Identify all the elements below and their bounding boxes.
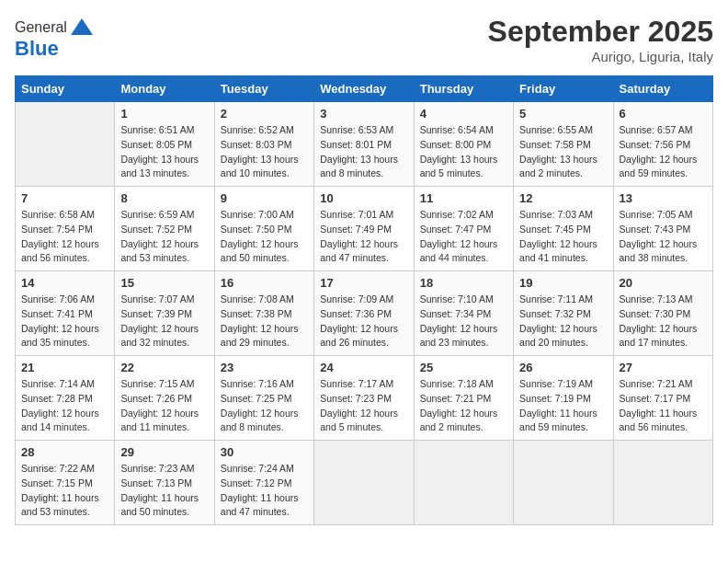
calendar-day-cell: 6Sunrise: 6:57 AMSunset: 7:56 PMDaylight…	[613, 102, 712, 187]
calendar-day-cell: 3Sunrise: 6:53 AMSunset: 8:01 PMDaylight…	[314, 102, 414, 187]
day-number: 30	[221, 445, 308, 459]
calendar-day-cell	[514, 441, 613, 525]
calendar-day-cell: 28Sunrise: 7:22 AMSunset: 7:15 PMDayligh…	[16, 441, 115, 525]
svg-marker-0	[71, 18, 93, 35]
calendar-day-cell: 8Sunrise: 6:59 AMSunset: 7:52 PMDaylight…	[115, 187, 214, 271]
calendar-day-cell: 19Sunrise: 7:11 AMSunset: 7:32 PMDayligh…	[514, 271, 613, 356]
calendar-day-cell: 25Sunrise: 7:18 AMSunset: 7:21 PMDayligh…	[414, 356, 513, 441]
day-number: 27	[620, 361, 707, 374]
day-info: Sunrise: 6:54 AMSunset: 8:00 PMDaylight:…	[420, 123, 507, 181]
day-number: 4	[420, 107, 507, 121]
calendar-day-cell: 23Sunrise: 7:16 AMSunset: 7:25 PMDayligh…	[214, 356, 313, 441]
day-info: Sunrise: 6:55 AMSunset: 7:58 PMDaylight:…	[519, 123, 607, 181]
day-info: Sunrise: 7:15 AMSunset: 7:26 PMDaylight:…	[120, 377, 208, 435]
day-number: 6	[620, 107, 707, 121]
calendar-day-cell: 13Sunrise: 7:05 AMSunset: 7:43 PMDayligh…	[613, 187, 712, 271]
day-info: Sunrise: 6:58 AMSunset: 7:54 PMDaylight:…	[21, 208, 108, 266]
calendar-week-row: 28Sunrise: 7:22 AMSunset: 7:15 PMDayligh…	[16, 441, 713, 525]
calendar-day-cell: 18Sunrise: 7:10 AMSunset: 7:34 PMDayligh…	[414, 271, 513, 356]
calendar-day-cell: 14Sunrise: 7:06 AMSunset: 7:41 PMDayligh…	[16, 271, 115, 356]
day-info: Sunrise: 7:09 AMSunset: 7:36 PMDaylight:…	[320, 293, 407, 350]
day-info: Sunrise: 7:14 AMSunset: 7:28 PMDaylight:…	[21, 377, 108, 435]
day-info: Sunrise: 7:23 AMSunset: 7:13 PMDaylight:…	[120, 462, 208, 520]
day-number: 7	[21, 191, 108, 205]
day-info: Sunrise: 7:08 AMSunset: 7:38 PMDaylight:…	[221, 293, 308, 350]
day-number: 21	[21, 361, 108, 374]
day-info: Sunrise: 7:00 AMSunset: 7:50 PMDaylight:…	[221, 208, 308, 266]
day-info: Sunrise: 7:22 AMSunset: 7:15 PMDaylight:…	[21, 462, 108, 520]
day-number: 3	[320, 107, 407, 121]
day-number: 23	[221, 361, 308, 374]
calendar-day-cell: 11Sunrise: 7:02 AMSunset: 7:47 PMDayligh…	[414, 187, 513, 271]
calendar-day-cell	[414, 441, 513, 525]
day-number: 14	[21, 276, 108, 290]
day-info: Sunrise: 7:24 AMSunset: 7:12 PMDaylight:…	[221, 462, 308, 520]
day-of-week-header: Monday	[115, 76, 214, 102]
day-number: 12	[519, 191, 607, 205]
day-info: Sunrise: 7:18 AMSunset: 7:21 PMDaylight:…	[420, 377, 507, 435]
calendar-week-row: 21Sunrise: 7:14 AMSunset: 7:28 PMDayligh…	[16, 356, 713, 441]
calendar-week-row: 7Sunrise: 6:58 AMSunset: 7:54 PMDaylight…	[16, 187, 713, 271]
day-of-week-header: Tuesday	[214, 76, 313, 102]
month-year-title: September 2025	[488, 15, 713, 49]
title-block: September 2025 Aurigo, Liguria, Italy	[488, 15, 713, 64]
calendar-day-cell: 17Sunrise: 7:09 AMSunset: 7:36 PMDayligh…	[314, 271, 414, 356]
day-of-week-header: Sunday	[16, 76, 115, 102]
day-info: Sunrise: 7:21 AMSunset: 7:17 PMDaylight:…	[620, 377, 707, 435]
calendar-day-cell: 21Sunrise: 7:14 AMSunset: 7:28 PMDayligh…	[16, 356, 115, 441]
day-number: 28	[21, 445, 108, 459]
day-info: Sunrise: 6:57 AMSunset: 7:56 PMDaylight:…	[620, 123, 707, 181]
day-info: Sunrise: 6:53 AMSunset: 8:01 PMDaylight:…	[320, 123, 407, 181]
day-number: 19	[519, 276, 607, 290]
day-info: Sunrise: 7:10 AMSunset: 7:34 PMDaylight:…	[420, 293, 507, 350]
calendar-day-cell: 7Sunrise: 6:58 AMSunset: 7:54 PMDaylight…	[16, 187, 115, 271]
day-info: Sunrise: 6:52 AMSunset: 8:03 PMDaylight:…	[221, 123, 308, 181]
page-header: General Blue September 2025 Aurigo, Ligu…	[15, 15, 713, 64]
day-info: Sunrise: 7:11 AMSunset: 7:32 PMDaylight:…	[519, 293, 607, 350]
day-info: Sunrise: 7:13 AMSunset: 7:30 PMDaylight:…	[620, 293, 707, 350]
calendar-header-row: SundayMondayTuesdayWednesdayThursdayFrid…	[16, 76, 713, 102]
calendar-day-cell: 15Sunrise: 7:07 AMSunset: 7:39 PMDayligh…	[115, 271, 214, 356]
logo-icon	[69, 15, 95, 40]
calendar-day-cell: 20Sunrise: 7:13 AMSunset: 7:30 PMDayligh…	[613, 271, 712, 356]
calendar-day-cell: 9Sunrise: 7:00 AMSunset: 7:50 PMDaylight…	[214, 187, 313, 271]
day-number: 25	[420, 361, 507, 374]
day-info: Sunrise: 7:16 AMSunset: 7:25 PMDaylight:…	[221, 377, 308, 435]
day-number: 1	[120, 107, 208, 121]
calendar-week-row: 14Sunrise: 7:06 AMSunset: 7:41 PMDayligh…	[16, 271, 713, 356]
calendar-day-cell: 16Sunrise: 7:08 AMSunset: 7:38 PMDayligh…	[214, 271, 313, 356]
calendar-day-cell: 2Sunrise: 6:52 AMSunset: 8:03 PMDaylight…	[214, 102, 313, 187]
day-info: Sunrise: 7:07 AMSunset: 7:39 PMDaylight:…	[120, 293, 208, 350]
day-info: Sunrise: 6:51 AMSunset: 8:05 PMDaylight:…	[120, 123, 208, 181]
day-number: 2	[221, 107, 308, 121]
day-number: 11	[420, 191, 507, 205]
day-number: 16	[221, 276, 308, 290]
day-number: 15	[120, 276, 208, 290]
day-number: 18	[420, 276, 507, 290]
day-number: 10	[320, 191, 407, 205]
calendar-day-cell	[613, 441, 712, 525]
calendar-day-cell: 24Sunrise: 7:17 AMSunset: 7:23 PMDayligh…	[314, 356, 414, 441]
day-number: 9	[221, 191, 308, 205]
calendar-day-cell: 1Sunrise: 6:51 AMSunset: 8:05 PMDaylight…	[115, 102, 214, 187]
calendar-day-cell: 12Sunrise: 7:03 AMSunset: 7:45 PMDayligh…	[514, 187, 613, 271]
calendar-day-cell: 5Sunrise: 6:55 AMSunset: 7:58 PMDaylight…	[514, 102, 613, 187]
location-subtitle: Aurigo, Liguria, Italy	[488, 49, 713, 64]
calendar-day-cell: 4Sunrise: 6:54 AMSunset: 8:00 PMDaylight…	[414, 102, 513, 187]
day-number: 29	[120, 445, 208, 459]
calendar-day-cell	[314, 441, 414, 525]
calendar-day-cell: 22Sunrise: 7:15 AMSunset: 7:26 PMDayligh…	[115, 356, 214, 441]
day-info: Sunrise: 6:59 AMSunset: 7:52 PMDaylight:…	[120, 208, 208, 266]
day-of-week-header: Friday	[514, 76, 613, 102]
day-of-week-header: Thursday	[414, 76, 513, 102]
day-info: Sunrise: 7:01 AMSunset: 7:49 PMDaylight:…	[320, 208, 407, 266]
day-number: 17	[320, 276, 407, 290]
day-number: 20	[620, 276, 707, 290]
calendar-day-cell	[16, 102, 115, 187]
day-info: Sunrise: 7:17 AMSunset: 7:23 PMDaylight:…	[320, 377, 407, 435]
day-info: Sunrise: 7:05 AMSunset: 7:43 PMDaylight:…	[620, 208, 707, 266]
day-info: Sunrise: 7:02 AMSunset: 7:47 PMDaylight:…	[420, 208, 507, 266]
day-info: Sunrise: 7:06 AMSunset: 7:41 PMDaylight:…	[21, 293, 108, 350]
calendar-day-cell: 27Sunrise: 7:21 AMSunset: 7:17 PMDayligh…	[613, 356, 712, 441]
calendar-week-row: 1Sunrise: 6:51 AMSunset: 8:05 PMDaylight…	[16, 102, 713, 187]
